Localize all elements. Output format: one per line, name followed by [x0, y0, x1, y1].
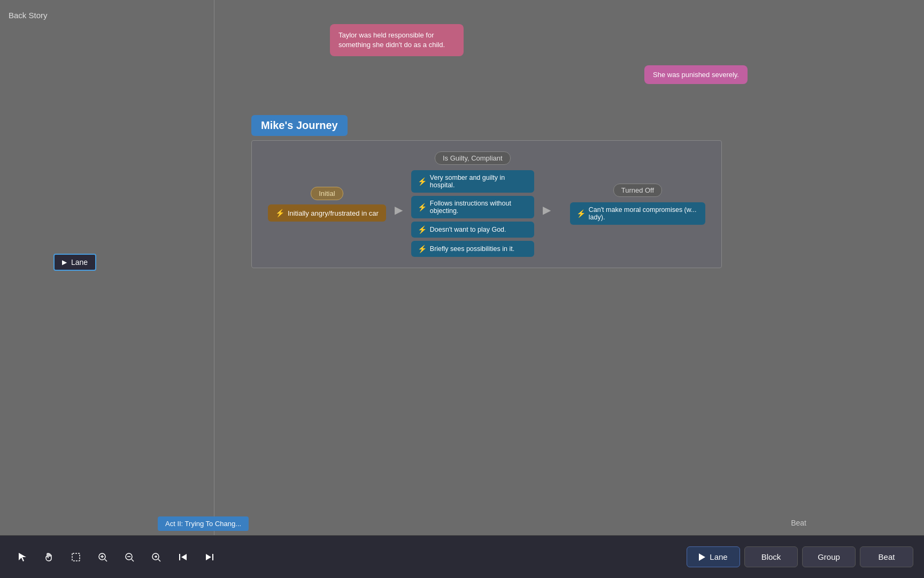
svg-marker-15: [206, 554, 211, 560]
block-toolbar-button[interactable]: Block: [744, 546, 798, 567]
arrow-tool-button[interactable]: [11, 545, 34, 569]
svg-line-5: [105, 559, 107, 561]
guilty-item-2[interactable]: ⚡ Doesn't want to play God.: [411, 222, 534, 238]
initial-label: Initial: [311, 187, 343, 200]
zoom-in-button[interactable]: [91, 545, 114, 569]
skip-prev-button[interactable]: [171, 545, 195, 569]
beat-label: Beat: [791, 519, 806, 527]
lightning-icon-5: ⚡: [418, 245, 427, 253]
turned-off-item-0[interactable]: ⚡ Can't make moral compromises (w... lad…: [570, 202, 705, 225]
svg-line-8: [132, 559, 134, 561]
beat-button-label: Beat: [879, 552, 895, 561]
backstory-label: Back Story: [9, 11, 48, 20]
beat-toolbar-button[interactable]: Beat: [860, 546, 913, 567]
guilty-item-1[interactable]: ⚡ Follows instructions without objecting…: [411, 196, 534, 218]
zoom-reset-button[interactable]: [144, 545, 168, 569]
hand-tool-icon: [44, 552, 55, 562]
zoom-out-icon: [124, 552, 135, 562]
initial-state-box[interactable]: ⚡ Initially angry/frustrated in car: [268, 204, 386, 222]
journey-panel: Initial ⚡ Initially angry/frustrated in …: [251, 140, 722, 268]
lane-node[interactable]: ▶ Lane: [53, 254, 96, 271]
lightning-icon-4: ⚡: [418, 225, 427, 234]
skip-next-button[interactable]: [198, 545, 221, 569]
box-select-button[interactable]: [64, 545, 88, 569]
guilty-item-text-2: Doesn't want to play God.: [430, 226, 506, 233]
mikes-journey-container: Mike's Journey Initial ⚡ Initially angry…: [251, 115, 924, 268]
guilty-item-3[interactable]: ⚡ Briefly sees possibilities in it.: [411, 241, 534, 257]
guilty-item-text-0: Very somber and guilty in hospital.: [430, 174, 528, 189]
arrow-1: ▶: [386, 203, 411, 216]
guilty-item-text-3: Briefly sees possibilities in it.: [430, 245, 514, 253]
lightning-icon-2: ⚡: [418, 177, 427, 186]
turned-off-item-text-0: Can't make moral compromises (w... lady)…: [589, 206, 699, 221]
zoom-reset-icon: [151, 552, 161, 562]
zoom-out-button[interactable]: [118, 545, 141, 569]
story-bubble-2: She was punished severely.: [644, 65, 748, 84]
guilty-header: Is Guilty, Compliant: [435, 151, 511, 165]
group-toolbar-button[interactable]: Group: [802, 546, 856, 567]
box-select-icon: [71, 552, 81, 562]
arrow-2: ▶: [534, 203, 559, 216]
lane-button-label: Lane: [710, 552, 727, 561]
guilty-item-text-1: Follows instructions without objecting.: [430, 200, 528, 215]
mikes-journey-title: Mike's Journey: [251, 115, 348, 136]
hand-tool-button[interactable]: [37, 545, 61, 569]
lane-button-play-icon: [699, 553, 705, 561]
act-label: Act II: Trying To Chang...: [158, 516, 249, 531]
vertical-divider: [214, 0, 214, 535]
svg-rect-14: [212, 554, 213, 560]
lane-label: Lane: [71, 258, 88, 267]
toolbar-group-right: Lane Block Group Beat: [687, 546, 913, 567]
guilty-section: Is Guilty, Compliant ⚡ Very somber and g…: [411, 151, 534, 257]
turned-off-header: Turned Off: [613, 184, 662, 197]
svg-rect-12: [179, 554, 180, 560]
lane-play-icon: ▶: [62, 258, 67, 266]
svg-marker-0: [19, 553, 26, 561]
svg-line-10: [158, 559, 160, 561]
arrow-tool-icon: [17, 552, 28, 562]
lane-toolbar-button[interactable]: Lane: [687, 546, 740, 567]
skip-prev-icon: [177, 551, 189, 563]
toolbar: Lane Block Group Beat: [0, 535, 924, 578]
story-bubble-1: Taylor was held responsible for somethin…: [330, 24, 464, 56]
initial-state-text: Initially angry/frustrated in car: [288, 209, 379, 217]
group-button-label: Group: [818, 552, 840, 561]
svg-marker-13: [181, 554, 187, 560]
svg-rect-1: [72, 553, 80, 561]
lightning-icon-6: ⚡: [576, 209, 586, 218]
lightning-icon-1: ⚡: [275, 209, 284, 217]
turned-off-section: Turned Off ⚡ Can't make moral compromise…: [570, 184, 705, 225]
block-button-label: Block: [761, 552, 781, 561]
initial-node: Initial ⚡ Initially angry/frustrated in …: [268, 187, 386, 222]
lightning-icon-3: ⚡: [418, 203, 427, 211]
guilty-item-0[interactable]: ⚡ Very somber and guilty in hospital.: [411, 170, 534, 193]
skip-next-icon: [204, 551, 215, 563]
zoom-in-icon: [97, 552, 108, 562]
